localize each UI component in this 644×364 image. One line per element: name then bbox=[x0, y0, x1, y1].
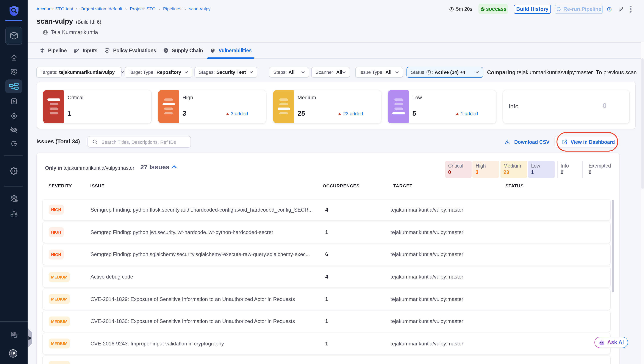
svg-text:?: ? bbox=[12, 332, 14, 335]
